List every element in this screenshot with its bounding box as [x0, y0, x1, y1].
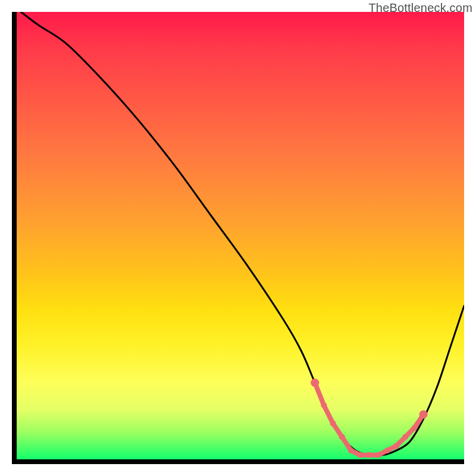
svg-point-12	[419, 410, 428, 418]
chart-frame	[12, 12, 464, 464]
svg-point-11	[411, 425, 417, 431]
svg-point-2	[330, 421, 336, 427]
svg-point-5	[357, 452, 363, 458]
svg-point-1	[321, 402, 327, 408]
bottleneck-curve	[21, 12, 464, 456]
svg-point-4	[348, 447, 354, 453]
svg-point-9	[393, 443, 399, 449]
plot-svg	[12, 12, 464, 464]
attribution-label: TheBottleneck.com	[368, 1, 472, 15]
svg-point-0	[311, 378, 319, 387]
svg-point-3	[339, 434, 345, 440]
svg-point-10	[402, 434, 408, 440]
svg-point-7	[375, 452, 381, 458]
highlight-minimum-segment	[311, 378, 427, 458]
svg-point-6	[366, 452, 372, 458]
svg-point-8	[384, 447, 390, 453]
